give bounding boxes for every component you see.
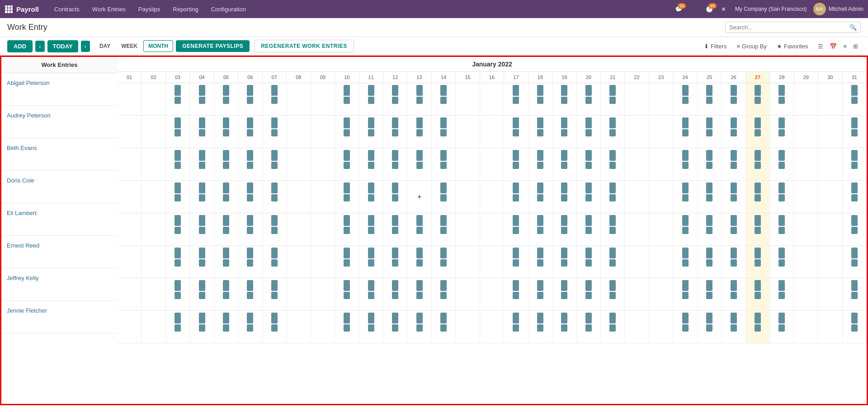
cell-emp5-day19[interactable] [552,213,576,245]
cell-emp3-day15[interactable] [456,148,480,180]
cell-emp2-day23[interactable] [649,116,673,148]
cell-emp6-day22[interactable] [625,246,649,278]
cell-emp3-day1[interactable] [118,148,142,180]
cell-emp5-day3[interactable] [166,213,190,245]
cell-emp1-day8[interactable] [287,83,311,115]
cell-emp2-day1[interactable] [118,116,142,148]
cell-emp6-day20[interactable] [577,246,601,278]
cell-emp2-day16[interactable] [480,116,504,148]
cell-emp6-day1[interactable] [118,246,142,278]
cell-emp1-day10[interactable] [335,83,359,115]
cell-emp2-day26[interactable] [722,116,745,148]
cell-emp3-day19[interactable] [552,148,576,180]
cell-emp8-day19[interactable] [552,311,576,343]
cell-emp1-day17[interactable] [504,83,528,115]
cell-emp7-day7[interactable] [263,278,287,310]
cell-emp8-day6[interactable] [238,311,262,343]
cell-emp8-day16[interactable] [480,311,504,343]
messages-icon[interactable]: 💬 16 [672,4,685,14]
cell-emp4-day6[interactable] [238,181,262,213]
cell-emp5-day7[interactable] [263,213,287,245]
cell-emp8-day26[interactable] [722,311,745,343]
favorites-button[interactable]: ★ Favorites [774,41,811,52]
avatar[interactable]: MA [813,3,826,15]
cell-emp3-day9[interactable] [311,148,335,180]
cell-emp4-day20[interactable] [577,181,601,213]
nav-work-entries[interactable]: Work Entries [86,0,132,18]
cell-emp3-day28[interactable] [770,148,794,180]
cell-emp6-day7[interactable] [263,246,287,278]
cell-emp2-day12[interactable] [383,116,407,148]
cell-emp3-day8[interactable] [287,148,311,180]
cell-emp6-day19[interactable] [552,246,576,278]
cell-emp4-day16[interactable] [480,181,504,213]
cell-emp1-day27[interactable] [746,83,770,115]
cell-emp1-day5[interactable] [214,83,238,115]
cell-emp7-day26[interactable] [722,278,745,310]
cell-emp4-day7[interactable] [263,181,287,213]
cell-emp3-day16[interactable] [480,148,504,180]
cell-emp7-day20[interactable] [577,278,601,310]
cell-emp6-day23[interactable] [649,246,673,278]
cell-emp8-day22[interactable] [625,311,649,343]
cell-emp2-day14[interactable] [432,116,456,148]
cell-emp7-day8[interactable] [287,278,311,310]
cell-emp8-day9[interactable] [311,311,335,343]
cell-emp4-day23[interactable] [649,181,673,213]
cell-emp8-day30[interactable] [818,311,842,343]
cell-emp5-day31[interactable] [843,213,867,245]
cell-emp3-day24[interactable] [673,148,697,180]
cell-emp7-day1[interactable] [118,278,142,310]
cell-emp8-day7[interactable] [263,311,287,343]
cell-emp3-day22[interactable] [625,148,649,180]
cell-emp3-day26[interactable] [722,148,745,180]
cell-emp6-day15[interactable] [456,246,480,278]
cell-emp2-day21[interactable] [601,116,625,148]
cell-emp4-day22[interactable] [625,181,649,213]
cell-emp3-day4[interactable] [190,148,214,180]
tab-month[interactable]: MONTH [143,40,173,52]
cell-emp5-day18[interactable] [528,213,552,245]
cell-emp2-day11[interactable] [359,116,383,148]
cell-emp4-day12[interactable] [383,181,407,213]
nav-payslips[interactable]: Payslips [132,0,166,18]
cell-emp8-day24[interactable] [673,311,697,343]
cell-emp3-day12[interactable] [383,148,407,180]
cell-emp7-day28[interactable] [770,278,794,310]
cell-emp8-day5[interactable] [214,311,238,343]
cell-emp4-day9[interactable] [311,181,335,213]
cell-emp7-day25[interactable] [698,278,722,310]
cell-emp7-day2[interactable] [142,278,165,310]
cell-emp1-day16[interactable] [480,83,504,115]
cell-emp7-day9[interactable] [311,278,335,310]
cell-emp1-day24[interactable] [673,83,697,115]
cell-emp5-day20[interactable] [577,213,601,245]
cell-emp5-day14[interactable] [432,213,456,245]
cell-emp3-day3[interactable] [166,148,190,180]
cell-emp5-day22[interactable] [625,213,649,245]
cell-emp1-day2[interactable] [142,83,165,115]
cell-emp5-day16[interactable] [480,213,504,245]
cell-emp2-day22[interactable] [625,116,649,148]
cell-emp5-day17[interactable] [504,213,528,245]
cell-emp1-day13[interactable] [407,83,431,115]
cell-emp4-day5[interactable] [214,181,238,213]
cell-emp5-day21[interactable] [601,213,625,245]
cell-emp6-day13[interactable] [407,246,431,278]
cell-emp6-day31[interactable] [843,246,867,278]
cell-emp4-day8[interactable] [287,181,311,213]
cell-emp5-day11[interactable] [359,213,383,245]
cell-emp1-day6[interactable] [238,83,262,115]
cell-emp6-day18[interactable] [528,246,552,278]
cell-emp8-day10[interactable] [335,311,359,343]
cell-emp6-day2[interactable] [142,246,165,278]
cell-emp6-day21[interactable] [601,246,625,278]
cell-emp5-day2[interactable] [142,213,165,245]
cell-emp5-day23[interactable] [649,213,673,245]
cell-emp3-day17[interactable] [504,148,528,180]
cell-emp7-day29[interactable] [794,278,818,310]
cell-emp6-day12[interactable] [383,246,407,278]
cell-emp2-day10[interactable] [335,116,359,148]
cell-emp8-day20[interactable] [577,311,601,343]
cell-emp7-day4[interactable] [190,278,214,310]
